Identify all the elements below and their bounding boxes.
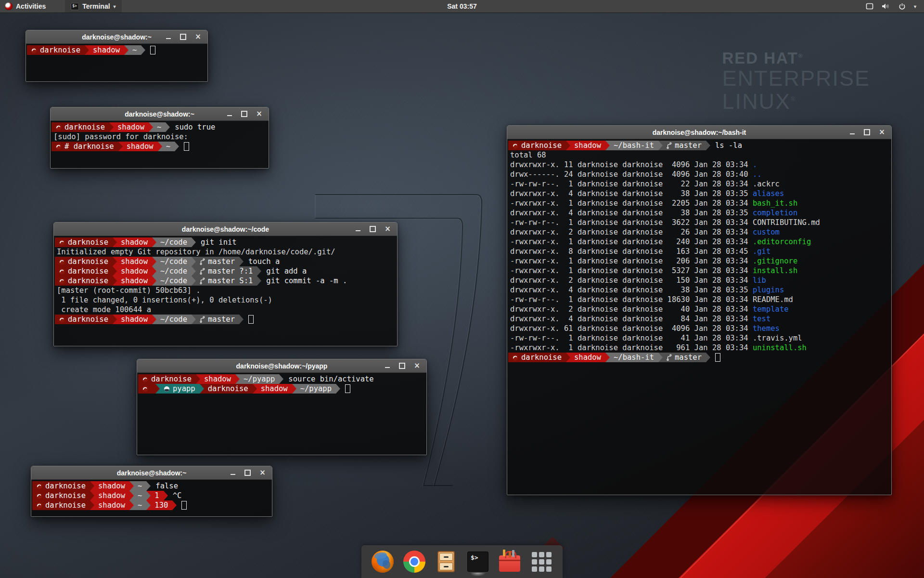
terminal-content[interactable]: darknoiseshadow~/pyappsource bin/activat… bbox=[137, 373, 426, 455]
powerline-separator-icon bbox=[158, 142, 162, 151]
maximize-button[interactable] bbox=[398, 362, 406, 370]
powerline-arrow bbox=[566, 141, 570, 150]
window-titlebar[interactable]: darknoise@shadow:~× bbox=[51, 107, 269, 121]
maximize-button[interactable] bbox=[179, 33, 187, 41]
minimize-button[interactable] bbox=[848, 128, 856, 136]
chevron-down-icon: ▾ bbox=[114, 4, 116, 9]
prompt-segment: darknoise bbox=[32, 481, 90, 491]
dock-item-toolbox[interactable] bbox=[498, 550, 521, 573]
close-button[interactable]: × bbox=[384, 225, 392, 233]
minimize-button[interactable] bbox=[354, 225, 362, 233]
prompt-segment-label: shadow bbox=[204, 374, 231, 384]
powerline-arrow bbox=[706, 141, 710, 150]
dock-item-files[interactable] bbox=[435, 550, 458, 573]
terminal-content[interactable]: darknoiseshadow~falsedarknoiseshadow~1^C… bbox=[31, 480, 272, 516]
maximize-button[interactable] bbox=[244, 469, 252, 477]
distro-swirl-icon bbox=[36, 483, 42, 489]
clock-label[interactable]: Sat 03:57 bbox=[447, 2, 476, 10]
app-menu-terminal[interactable]: $> Terminal ▾ bbox=[65, 0, 121, 13]
dock-item-terminal[interactable]: $> bbox=[466, 550, 489, 573]
powerline-separator-icon bbox=[605, 353, 610, 362]
toolbox-icon bbox=[499, 555, 520, 572]
rhel-logo-line2: ENTERPRISE bbox=[722, 67, 870, 91]
window-titlebar[interactable]: darknoise@shadow:~× bbox=[31, 466, 272, 480]
ls-entry-name: themes bbox=[753, 324, 780, 333]
prompt-segment: shadow bbox=[117, 257, 152, 266]
powerline-arrow bbox=[239, 315, 244, 324]
dock-item-chrome[interactable] bbox=[403, 550, 426, 573]
powerline-arrow bbox=[158, 142, 162, 151]
ls-entry-row: drwxrwxr-x. 2 darknoise darknoise 26 Jan… bbox=[508, 227, 888, 237]
close-button[interactable]: × bbox=[255, 110, 263, 118]
terminal-content[interactable]: darknoiseshadow~/bash-itmasterls -latota… bbox=[507, 139, 891, 495]
powerline-arrow bbox=[192, 315, 196, 324]
maximize-button[interactable] bbox=[369, 225, 377, 233]
ls-entry-row: drwxrwxr-x. 4 darknoise darknoise 38 Jan… bbox=[508, 285, 888, 295]
maximize-button[interactable] bbox=[240, 110, 248, 118]
window-titlebar[interactable]: darknoise@shadow:~/code× bbox=[54, 223, 397, 236]
display-icon[interactable] bbox=[866, 0, 873, 13]
prompt-segment-label: ~/bash-it bbox=[614, 141, 654, 150]
volume-icon[interactable] bbox=[882, 0, 890, 13]
powerline-separator-icon bbox=[155, 384, 160, 394]
ls-entry-name: install.sh bbox=[753, 266, 797, 275]
distro-swirl-icon bbox=[36, 493, 42, 499]
ls-entry-details: -rwxrwxr-x. 1 darknoise darknoise 5327 J… bbox=[510, 266, 753, 275]
powerline-arrow bbox=[90, 491, 94, 500]
prompt-segment-label: shadow bbox=[127, 142, 154, 151]
prompt-segment-label: darknoise bbox=[40, 45, 80, 55]
close-button[interactable]: × bbox=[878, 128, 886, 136]
prompt-segment: darknoise bbox=[55, 257, 113, 266]
prompt-segment: darknoise bbox=[55, 315, 113, 324]
prompt-segment-label: darknoise bbox=[68, 315, 108, 324]
minimize-icon bbox=[850, 133, 855, 134]
prompt-segment-label: darknoise bbox=[521, 141, 562, 150]
terminal-content[interactable]: darknoiseshadow~ bbox=[26, 44, 207, 81]
powerline-arrow bbox=[90, 500, 94, 510]
chevron-down-icon[interactable]: ▾ bbox=[914, 0, 916, 13]
powerline-separator-icon bbox=[90, 500, 94, 510]
ls-entry-details: -rwxrwxr-x. 1 darknoise darknoise 240 Ja… bbox=[510, 237, 753, 246]
prompt-segment: shadow bbox=[257, 384, 292, 394]
terminal-content[interactable]: darknoiseshadow~/codegit initInitialized… bbox=[54, 236, 397, 346]
dock-item-app-grid[interactable] bbox=[530, 550, 553, 573]
ls-entry-row: drwxrwxr-x. 2 darknoise darknoise 150 Ja… bbox=[508, 276, 888, 285]
prompt-segment-label: master bbox=[208, 315, 235, 324]
minimize-icon bbox=[227, 115, 232, 116]
close-button[interactable]: × bbox=[194, 33, 202, 41]
command-text: sudo true bbox=[175, 122, 215, 132]
powerline-arrow bbox=[658, 141, 663, 150]
terminal-content[interactable]: darknoiseshadow~sudo true[sudo] password… bbox=[51, 121, 269, 168]
ls-entry-name: .gitignore bbox=[753, 257, 797, 265]
powerline-separator-icon bbox=[129, 491, 134, 500]
registered-mark: ® bbox=[798, 53, 804, 59]
ls-entry-details: drwxrwxr-x. 4 darknoise darknoise 38 Jan… bbox=[510, 286, 753, 294]
powerline-arrow bbox=[155, 384, 160, 394]
minimize-button[interactable] bbox=[225, 110, 233, 118]
distro-swirl-icon bbox=[31, 47, 37, 53]
minimize-button[interactable] bbox=[164, 33, 172, 41]
powerline-arrow bbox=[658, 353, 663, 362]
window-titlebar[interactable]: darknoise@shadow:~/bash-it× bbox=[507, 126, 891, 139]
terminal-prompt-line: darknoiseshadow~/bash-itmasterls -la bbox=[508, 141, 888, 150]
distro-swirl-icon bbox=[512, 355, 518, 361]
maximize-button[interactable] bbox=[863, 128, 871, 136]
window-titlebar[interactable]: darknoise@shadow:~/pyapp× bbox=[137, 359, 426, 373]
close-button[interactable]: × bbox=[258, 469, 267, 477]
minimize-button[interactable] bbox=[383, 362, 391, 370]
dock-item-firefox[interactable] bbox=[371, 550, 394, 573]
power-icon[interactable] bbox=[898, 0, 906, 13]
terminal-output-line: create mode 100644 a bbox=[55, 305, 394, 315]
top-bar: Activities $> Terminal ▾ Sat 03:57 bbox=[0, 0, 924, 13]
prompt-segment-label: ~/pyapp bbox=[244, 374, 275, 384]
window-titlebar[interactable]: darknoise@shadow:~× bbox=[26, 30, 207, 44]
prompt-segment-label: ~/code bbox=[160, 315, 187, 324]
terminal-output-text: total 68 bbox=[510, 151, 546, 159]
ls-entry-row: drwxrwxr-x. 4 darknoise darknoise 84 Jan… bbox=[508, 314, 888, 324]
close-button[interactable]: × bbox=[413, 362, 421, 370]
powerline-arrow bbox=[146, 491, 151, 500]
prompt-segment-label: shadow bbox=[574, 353, 601, 362]
prompt-segment: ~/pyapp bbox=[296, 384, 336, 394]
minimize-button[interactable] bbox=[229, 469, 237, 477]
activities-button[interactable]: Activities bbox=[0, 0, 51, 13]
